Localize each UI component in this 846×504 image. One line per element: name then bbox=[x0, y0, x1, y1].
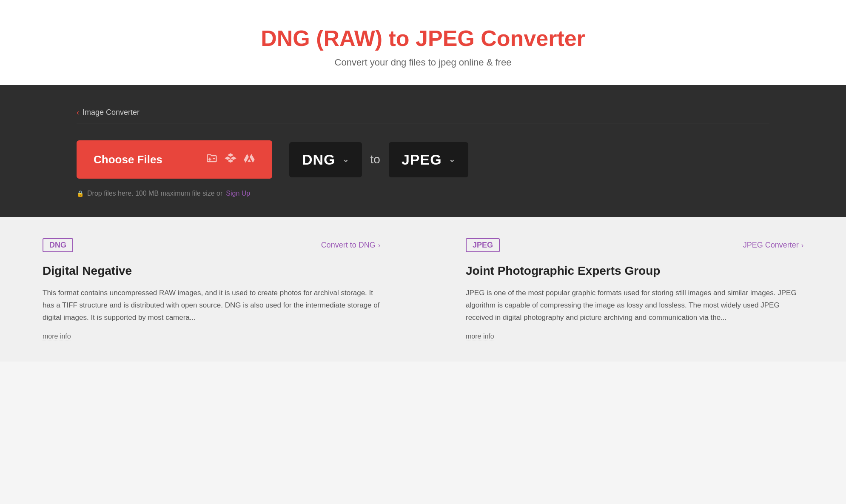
file-browse-icon bbox=[206, 152, 218, 167]
to-label: to bbox=[370, 153, 380, 166]
converter-section: ‹ Image Converter Choose Files bbox=[0, 85, 846, 217]
drop-zone-hint: 🔒 Drop files here. 100 MB maximum file s… bbox=[77, 187, 769, 200]
google-drive-icon bbox=[243, 152, 255, 167]
converter-controls: Choose Files bbox=[77, 140, 769, 179]
convert-dng-arrow-icon: › bbox=[378, 242, 380, 249]
info-cards-section: DNG Convert to DNG › Digital Negative Th… bbox=[0, 217, 846, 362]
page-header: DNG (RAW) to JPEG Converter Convert your… bbox=[0, 0, 846, 85]
breadcrumb-label: Image Converter bbox=[83, 108, 140, 117]
target-format-label: JPEG bbox=[402, 151, 442, 168]
drop-hint-text: Drop files here. 100 MB maximum file siz… bbox=[87, 190, 222, 197]
breadcrumb: ‹ Image Converter bbox=[77, 102, 769, 123]
upload-icons bbox=[206, 152, 255, 167]
jpeg-badge: JPEG bbox=[466, 238, 500, 252]
dng-badge: DNG bbox=[43, 238, 73, 252]
dng-info-card: DNG Convert to DNG › Digital Negative Th… bbox=[0, 217, 423, 362]
dng-card-description: This format contains uncompressed RAW im… bbox=[43, 287, 380, 324]
lock-icon: 🔒 bbox=[77, 190, 84, 197]
jpeg-card-header: JPEG JPEG Converter › bbox=[466, 238, 803, 252]
convert-to-dng-link[interactable]: Convert to DNG › bbox=[321, 241, 380, 250]
dng-card-header: DNG Convert to DNG › bbox=[43, 238, 380, 252]
page-subtitle: Convert your dng files to jpeg online & … bbox=[9, 57, 837, 68]
source-format-label: DNG bbox=[302, 151, 336, 168]
source-format-chevron-icon: ⌄ bbox=[342, 155, 349, 164]
dropbox-icon bbox=[225, 152, 236, 167]
breadcrumb-chevron-icon: ‹ bbox=[77, 108, 79, 117]
page-title: DNG (RAW) to JPEG Converter bbox=[9, 26, 837, 51]
target-format-chevron-icon: ⌄ bbox=[449, 155, 456, 164]
source-format-selector[interactable]: DNG ⌄ bbox=[289, 142, 362, 177]
jpeg-converter-link[interactable]: JPEG Converter › bbox=[743, 241, 803, 250]
jpeg-more-info-link[interactable]: more info bbox=[466, 333, 494, 341]
jpeg-info-card: JPEG JPEG Converter › Joint Photographic… bbox=[423, 217, 846, 362]
choose-files-button[interactable]: Choose Files bbox=[77, 140, 272, 179]
dng-card-title: Digital Negative bbox=[43, 264, 380, 278]
choose-files-label: Choose Files bbox=[94, 153, 162, 166]
jpeg-converter-arrow-icon: › bbox=[801, 242, 803, 249]
dng-more-info-link[interactable]: more info bbox=[43, 333, 71, 341]
sign-up-link[interactable]: Sign Up bbox=[226, 190, 250, 197]
format-selector: DNG ⌄ to JPEG ⌄ bbox=[289, 142, 468, 177]
jpeg-card-title: Joint Photographic Experts Group bbox=[466, 264, 803, 278]
jpeg-card-description: JPEG is one of the most popular graphic … bbox=[466, 287, 803, 324]
target-format-selector[interactable]: JPEG ⌄ bbox=[389, 142, 468, 177]
